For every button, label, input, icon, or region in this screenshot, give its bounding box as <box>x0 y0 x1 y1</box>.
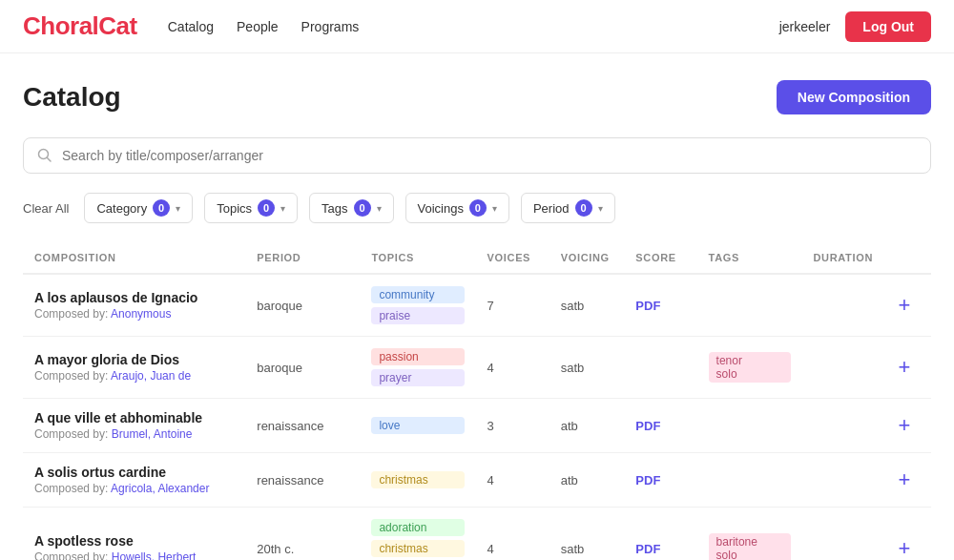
tags-cell: tenor solo <box>709 352 791 383</box>
navbar: ChoralCat Catalog People Programs jerkee… <box>0 0 954 53</box>
th-voicing: VOICING <box>550 242 625 274</box>
topic-tag: love <box>371 417 464 434</box>
composition-title[interactable]: A que ville et abhominable <box>34 410 234 425</box>
composer-label: Composed by: Anonymous <box>34 307 234 321</box>
filter-category[interactable]: Category 0 ▾ <box>84 193 193 223</box>
nav-links: Catalog People Programs <box>168 19 779 34</box>
voicing-value: atb <box>561 473 578 487</box>
filters-bar: Clear All Category 0 ▾ Topics 0 ▾ Tags 0… <box>23 193 931 223</box>
voicings-badge: 0 <box>469 199 487 217</box>
table-row: A mayor gloria de Dios Composed by: Arau… <box>23 337 931 399</box>
chevron-down-icon: ▾ <box>176 203 180 214</box>
voices-value: 4 <box>487 542 494 556</box>
voices-value: 3 <box>487 419 494 433</box>
composer-name: Agricola, Alexander <box>111 482 209 495</box>
composer-label: Composed by: Brumel, Antoine <box>34 427 234 441</box>
th-topics: TOPICS <box>360 242 475 274</box>
username: jerkeeler <box>779 19 831 34</box>
composer-label: Composed by: Agricola, Alexander <box>34 482 234 495</box>
th-composition: COMPOSITION <box>23 242 245 274</box>
th-period: PERIOD <box>245 242 360 274</box>
pdf-link[interactable]: PDF <box>635 542 660 556</box>
composer-name: Anonymous <box>111 307 171 321</box>
composer-label: Composed by: Howells, Herbert <box>34 550 234 560</box>
search-icon <box>37 148 52 163</box>
topic-tag: adoration <box>371 519 464 536</box>
pdf-link[interactable]: PDF <box>635 473 660 487</box>
voices-value: 4 <box>487 361 494 375</box>
catalog-table: COMPOSITION PERIOD TOPICS VOICES VOICING… <box>23 242 931 560</box>
tags-badge: 0 <box>354 199 371 217</box>
th-duration: DURATION <box>802 242 887 274</box>
composition-title[interactable]: A spotless rose <box>34 533 234 549</box>
th-action <box>887 242 931 274</box>
voicing-value: satb <box>561 299 585 313</box>
composition-title[interactable]: A los aplausos de Ignacio <box>34 290 234 305</box>
topics-cell: love <box>371 417 464 434</box>
th-voices: VOICES <box>476 242 550 274</box>
nav-catalog[interactable]: Catalog <box>168 19 214 34</box>
filter-voicings[interactable]: Voicings 0 ▾ <box>405 193 509 223</box>
pdf-link[interactable]: PDF <box>635 299 660 313</box>
composition-title[interactable]: A mayor gloria de Dios <box>34 352 234 367</box>
brand-logo: ChoralCat <box>23 11 137 41</box>
composer-name: Brumel, Antoine <box>112 427 193 441</box>
voices-value: 4 <box>487 473 494 487</box>
composer-name: Araujo, Juan de <box>111 369 191 383</box>
th-tags: TAGS <box>697 242 802 274</box>
filter-tags[interactable]: Tags 0 ▾ <box>309 193 393 223</box>
topic-tag: community <box>371 286 464 303</box>
topic-tag: praise <box>371 307 464 324</box>
table-row: A que ville et abhominable Composed by: … <box>23 399 931 453</box>
search-bar <box>23 137 931 174</box>
pdf-link[interactable]: PDF <box>635 419 660 433</box>
th-score: SCORE <box>624 242 696 274</box>
page-content: Catalog New Composition Clear All Catego… <box>0 53 954 560</box>
composition-title[interactable]: A solis ortus cardine <box>34 465 234 480</box>
topic-tag: prayer <box>371 369 464 386</box>
search-input[interactable] <box>62 148 917 163</box>
new-composition-button[interactable]: New Composition <box>777 80 931 114</box>
table-row: A spotless rose Composed by: Howells, He… <box>23 508 931 561</box>
topics-cell: passionprayer <box>371 348 464 386</box>
clear-all-button[interactable]: Clear All <box>23 201 69 216</box>
period-value: baroque <box>257 299 302 313</box>
topic-tag: passion <box>371 348 464 365</box>
period-value: renaissance <box>257 419 323 433</box>
period-badge: 0 <box>575 199 592 217</box>
nav-right: jerkeeler Log Out <box>779 11 931 42</box>
filter-topics[interactable]: Topics 0 ▾ <box>204 193 298 223</box>
tags-cell: baritone solo <box>709 533 791 560</box>
table-header-row: COMPOSITION PERIOD TOPICS VOICES VOICING… <box>23 242 931 274</box>
add-composition-button[interactable]: + <box>899 295 911 316</box>
page-title: Catalog <box>23 82 121 113</box>
voices-value: 7 <box>487 299 494 313</box>
category-badge: 0 <box>153 199 170 217</box>
filter-period[interactable]: Period 0 ▾ <box>521 193 615 223</box>
voicing-value: satb <box>561 542 585 556</box>
chevron-down-icon: ▾ <box>492 203 497 214</box>
nav-programs[interactable]: Programs <box>301 19 360 34</box>
chevron-down-icon: ▾ <box>598 203 603 214</box>
add-composition-button[interactable]: + <box>899 469 911 490</box>
tag-badge: tenor solo <box>709 352 791 383</box>
topic-tag: christmas <box>371 471 464 488</box>
period-value: 20th c. <box>257 542 294 556</box>
topics-badge: 0 <box>258 199 275 217</box>
add-composition-button[interactable]: + <box>899 538 911 559</box>
tag-badge: baritone solo <box>709 533 791 560</box>
voicing-value: atb <box>561 419 578 433</box>
topic-tag: christmas <box>371 540 464 557</box>
add-composition-button[interactable]: + <box>899 415 911 436</box>
period-value: renaissance <box>257 473 323 487</box>
add-composition-button[interactable]: + <box>899 357 911 378</box>
composer-label: Composed by: Araujo, Juan de <box>34 369 234 383</box>
page-header: Catalog New Composition <box>23 80 931 114</box>
logout-button[interactable]: Log Out <box>845 11 931 42</box>
nav-people[interactable]: People <box>237 19 279 34</box>
topics-cell: adorationchristmasrose <box>371 519 464 560</box>
catalog-table-container: COMPOSITION PERIOD TOPICS VOICES VOICING… <box>23 242 931 560</box>
voicing-value: satb <box>561 361 585 375</box>
chevron-down-icon: ▾ <box>280 203 285 214</box>
table-row: A solis ortus cardine Composed by: Agric… <box>23 453 931 508</box>
